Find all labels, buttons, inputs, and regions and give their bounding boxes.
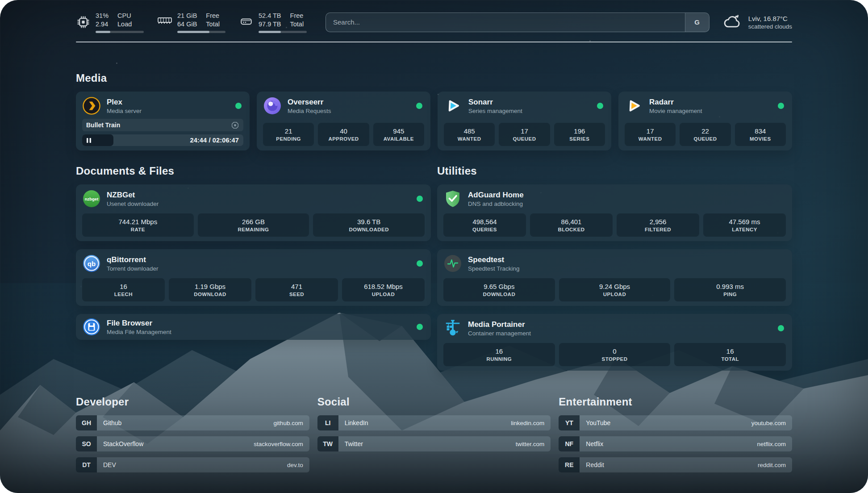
bookmark-url: github.com xyxy=(274,415,309,430)
section-title-entertainment: Entertainment xyxy=(559,396,792,408)
svg-text:qb: qb xyxy=(88,260,96,267)
nzbget-icon: nzbget xyxy=(82,189,101,208)
service-card-media-portainer[interactable]: Media PortainerContainer management16RUN… xyxy=(437,314,792,371)
page: 31%2.94CPULoad21 GiB64 GiBFreeTotal52.4 … xyxy=(0,0,868,493)
stat-label: PING xyxy=(723,292,737,297)
bookmark-abbr: RE xyxy=(559,457,580,472)
documents-cards: nzbgetNZBGetUsenet downloader744.21 Mbps… xyxy=(76,184,431,340)
stat-rate: 744.21 MbpsRATE xyxy=(82,213,194,237)
bookmark-label: LinkedIn xyxy=(338,415,511,430)
resource-progress-fill xyxy=(96,31,110,33)
stat-label: UPLOAD xyxy=(372,292,395,297)
service-card-radarr[interactable]: RadarrMovie management17WANTED22QUEUED83… xyxy=(618,92,792,150)
service-card-nzbget[interactable]: nzbgetNZBGetUsenet downloader744.21 Mbps… xyxy=(76,184,431,241)
status-online-dot xyxy=(778,103,784,109)
service-card-overseerr[interactable]: OverseerrMedia Requests21PENDING40APPROV… xyxy=(257,92,430,150)
bookmark-url: netflix.com xyxy=(757,436,792,451)
stat-download: 1.19 GbpsDOWNLOAD xyxy=(169,278,251,301)
service-name: Radarr xyxy=(649,98,702,107)
bookmark-label: Twitter xyxy=(338,436,516,451)
topbar: 31%2.94CPULoad21 GiB64 GiBFreeTotal52.4 … xyxy=(76,12,792,33)
plex-now-playing: Bullet Train24:44 / 02:06:47 xyxy=(82,119,243,146)
section-utilities: Utilities AdGuard HomeDNS and adblocking… xyxy=(437,165,792,371)
radarr-icon xyxy=(625,96,643,115)
stat-value: 471 xyxy=(291,283,302,290)
service-description: Torrent downloader xyxy=(107,265,159,272)
service-stats: 9.65 GbpsDOWNLOAD9.24 GbpsUPLOAD0.993 ms… xyxy=(443,278,786,301)
service-description: Container management xyxy=(468,330,531,337)
stat-value: 744.21 Mbps xyxy=(118,218,157,226)
stat-label: DOWNLOADED xyxy=(349,227,389,232)
qbittorrent-icon: qb xyxy=(82,254,101,273)
search-input[interactable] xyxy=(326,13,685,32)
stat-queued: 22QUEUED xyxy=(680,123,730,146)
section-media: Media PlexMedia serverBullet Train24:44 … xyxy=(76,72,792,150)
stat-filtered: 2,956FILTERED xyxy=(617,213,699,237)
playback-progress-bar[interactable]: 24:44 / 02:06:47 xyxy=(82,134,243,146)
stat-label: SERIES xyxy=(569,136,589,142)
bookmark-url: stackoverflow.com xyxy=(254,436,309,451)
service-name: Media Portainer xyxy=(468,320,531,329)
weather-widget: Lviv, 16.87°C scattered clouds xyxy=(723,13,792,31)
svg-text:nzbget: nzbget xyxy=(85,196,99,201)
stat-label: QUEUED xyxy=(694,136,717,142)
service-name: Overseerr xyxy=(288,98,331,107)
service-card-adguard-home[interactable]: AdGuard HomeDNS and adblocking498,564QUE… xyxy=(437,184,792,241)
stat-label: DOWNLOAD xyxy=(483,292,515,297)
service-card-sonarr[interactable]: SonarrSeries management485WANTED17QUEUED… xyxy=(438,92,611,150)
dashboard-screen: 31%2.94CPULoad21 GiB64 GiBFreeTotal52.4 … xyxy=(0,0,868,493)
stat-value: 834 xyxy=(755,127,766,135)
stat-ping: 0.993 msPING xyxy=(674,278,786,301)
service-stats: 485WANTED17QUEUED196SERIES xyxy=(444,123,605,146)
search-bar[interactable]: G xyxy=(326,13,709,32)
resource-value: 2.94 xyxy=(96,20,108,29)
service-card-speedtest[interactable]: SpeedtestSpeedtest Tracking9.65 GbpsDOWN… xyxy=(437,249,792,306)
stat-value: 618.52 Mbps xyxy=(364,283,403,290)
stat-queries: 498,564QUERIES xyxy=(443,213,526,237)
service-name: NZBGet xyxy=(107,191,159,200)
stat-value: 9.65 Gbps xyxy=(484,283,514,290)
stat-value: 16 xyxy=(120,283,127,290)
resource-widget-disk: 52.4 TB97.9 TBFreeTotal xyxy=(239,12,307,33)
weather-location-temp: Lviv, 16.87°C xyxy=(748,15,792,22)
bookmark-linkedin[interactable]: LILinkedInlinkedin.com xyxy=(317,415,551,430)
stat-remaining: 266 GBREMAINING xyxy=(198,213,309,237)
search-provider-button[interactable]: G xyxy=(685,13,709,32)
bookmark-abbr: GH xyxy=(76,415,97,430)
bookmark-twitter[interactable]: TWTwittertwitter.com xyxy=(317,436,551,451)
service-card-qbittorrent[interactable]: qbqBittorrentTorrent downloader16LEECH1.… xyxy=(76,249,431,306)
stat-upload: 9.24 GbpsUPLOAD xyxy=(559,278,671,301)
resource-progress-bar xyxy=(177,31,225,33)
bookmark-youtube[interactable]: YTYouTubeyoutube.com xyxy=(559,415,792,430)
bookmark-netflix[interactable]: NFNetflixnetflix.com xyxy=(559,436,792,451)
stat-value: 47.569 ms xyxy=(729,218,760,226)
bookmark-github[interactable]: GHGithubgithub.com xyxy=(76,415,309,430)
stat-label: FILTERED xyxy=(645,227,671,232)
service-name: Sonarr xyxy=(468,98,522,107)
bookmark-abbr: YT xyxy=(559,415,580,430)
stat-label: STOPPED xyxy=(602,356,628,362)
service-description: Media File Management xyxy=(107,329,171,335)
pause-button[interactable] xyxy=(86,138,92,143)
section-documents: Documents & Files nzbgetNZBGetUsenet dow… xyxy=(76,165,431,371)
stat-value: 16 xyxy=(495,347,503,355)
stat-latency: 47.569 msLATENCY xyxy=(703,213,786,237)
service-card-file-browser[interactable]: File BrowserMedia File Management xyxy=(76,314,431,340)
bookmark-abbr: NF xyxy=(559,436,580,451)
bookmark-url: linkedin.com xyxy=(511,415,551,430)
service-description: Speedtest Tracking xyxy=(468,265,520,272)
bookmark-reddit[interactable]: RERedditreddit.com xyxy=(559,457,792,472)
stat-blocked: 86,401BLOCKED xyxy=(530,213,613,237)
overseerr-icon xyxy=(263,96,282,115)
memory-icon xyxy=(157,15,172,33)
resource-label: Free xyxy=(206,12,220,20)
stat-label: BLOCKED xyxy=(558,227,584,232)
service-card-plex[interactable]: PlexMedia serverBullet Train24:44 / 02:0… xyxy=(76,92,250,150)
bookmark-stackoverflow[interactable]: SOStackOverflowstackoverflow.com xyxy=(76,436,309,451)
section-title-documents: Documents & Files xyxy=(76,165,431,177)
resource-widget-cpu: 31%2.94CPULoad xyxy=(76,12,144,33)
bookmark-dev[interactable]: DTDEVdev.to xyxy=(76,457,309,472)
resource-value: 31% xyxy=(96,12,108,20)
stat-leech: 16LEECH xyxy=(82,278,165,301)
service-name: qBittorrent xyxy=(107,255,159,264)
